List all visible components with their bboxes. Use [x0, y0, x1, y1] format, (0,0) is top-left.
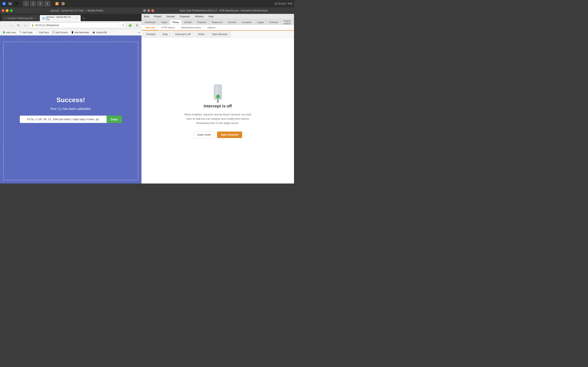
burp-menu-burp[interactable]: Burp: [143, 15, 150, 18]
burp-close-btn[interactable]: [151, 9, 154, 12]
kali-linux-icon: 🐉: [2, 31, 5, 34]
system-ip: 10.10.16.6: [274, 2, 286, 5]
ff-back-btn[interactable]: ←: [2, 22, 7, 28]
ff-tab-console-label: Console // Werkzeug Deb: [7, 17, 33, 19]
intercept-toggle-button[interactable]: Intercept is off: [172, 32, 194, 37]
burp-tab-dashboard[interactable]: Dashboard: [142, 20, 158, 25]
ff-bookmark-kali-linux[interactable]: 🐉 Kali Linux: [2, 31, 17, 34]
burp-tab-repeater[interactable]: Repeater: [195, 20, 209, 25]
files-taskbar-icon[interactable]: [8, 1, 13, 6]
ff-urlbar-url: 10.10.11.164/upcloud: [35, 24, 118, 27]
ff-title: upcloud - Upload files for Free! — Mozil…: [14, 9, 140, 12]
burp-tab-proxy[interactable]: Proxy: [170, 20, 181, 25]
burp-tab-http-history[interactable]: HTTP history: [158, 25, 178, 30]
burp-intercept-content: Intercept is off When enabled, requests …: [141, 38, 294, 184]
burp-tab-websockets-history[interactable]: WebSockets history: [178, 25, 204, 30]
burp-titlebar: Burp Suite Professional v2022.3.2 - HTB-…: [141, 7, 294, 14]
exploit-db-label: Exploit-DB: [96, 31, 107, 34]
terminal-taskbar-icon[interactable]: >_: [14, 1, 19, 6]
svg-rect-3: [9, 2, 10, 3]
intercept-status-description: When enabled, requests sent by Burp's br…: [183, 113, 252, 125]
ff-urlbar[interactable]: 🔒 10.10.11.164/upcloud ☆ ⬇: [29, 22, 126, 28]
ff-new-tab-btn[interactable]: +: [81, 16, 87, 21]
ff-refresh-btn[interactable]: ↻: [16, 22, 21, 28]
burp-tab-comparer[interactable]: Comparer: [239, 20, 254, 25]
ff-tab-console[interactable]: 🖥 Console // Werkzeug Deb ✕: [2, 15, 39, 21]
burp-window: Burp Suite Professional v2022.3.2 - HTB-…: [141, 7, 294, 184]
burp-menu-intruder[interactable]: Intruder: [166, 15, 176, 18]
ff-bookmark-kali-tools[interactable]: 🔧 Kali Tools: [18, 31, 33, 34]
ff-tab-upcloud[interactable]: 🌐 upcloud - Upload files for Fre ✕: [40, 15, 81, 21]
ff-tab-console-close[interactable]: ✕: [34, 17, 37, 20]
ff-download-icon[interactable]: ⬇: [122, 24, 124, 27]
kali-menu-icon[interactable]: K: [2, 1, 7, 6]
system-time: 8:54: [288, 2, 292, 5]
success-msg-prefix: Your: [50, 107, 58, 110]
svg-rect-15: [215, 85, 217, 98]
drop-button[interactable]: Drop: [159, 32, 171, 37]
ff-bookmark-icon[interactable]: ☆: [119, 24, 121, 27]
burp-tab-logger[interactable]: Logger: [255, 20, 267, 25]
intercept-off-icon: [210, 83, 226, 100]
ff-home-btn[interactable]: ⌂: [22, 22, 28, 28]
burp-tab-decoder[interactable]: Decoder: [225, 20, 239, 25]
burp-tab-sequencer[interactable]: Sequencer: [209, 20, 225, 25]
burp-taskbar-icon[interactable]: B: [54, 1, 60, 6]
workspace-2-btn[interactable]: 2: [30, 1, 36, 7]
burp-menu-repeater[interactable]: Repeater: [179, 15, 191, 18]
open-browser-toolbar-button[interactable]: Open Browser: [209, 32, 231, 37]
ff-urlbar-icons: ☆ ⬇: [119, 24, 124, 27]
success-msg-suffix: has been uploaded.: [62, 107, 91, 110]
svg-text:K: K: [3, 3, 5, 5]
workspace-3-btn[interactable]: 3: [37, 1, 43, 7]
intercept-toolbar: Forward Drop Intercept is off Action Ope…: [141, 31, 294, 38]
burp-tab-project-options[interactable]: Project options: [281, 20, 293, 25]
burp-tab-options[interactable]: Options: [204, 25, 218, 30]
burp-menu-help[interactable]: Help: [208, 15, 214, 18]
kali-nethunter-label: Kali NetHunter: [75, 31, 89, 34]
workspace-4-btn[interactable]: 4: [44, 1, 50, 7]
ff-min-btn[interactable]: [6, 9, 9, 12]
burp-max-btn[interactable]: [147, 9, 150, 12]
ff-max-btn[interactable]: [10, 9, 13, 12]
action-button[interactable]: Action: [195, 32, 208, 37]
kali-docs-label: Kali Docs: [39, 31, 49, 34]
ff-bookmark-exploit-db[interactable]: 💣 Exploit-DB: [92, 31, 108, 34]
burp-tab-user-options[interactable]: User options: [294, 20, 294, 25]
ff-menu-btn[interactable]: ☰: [134, 22, 140, 28]
forward-button[interactable]: Forward: [143, 32, 158, 37]
ff-bookmark-more-btn[interactable]: »: [138, 31, 140, 34]
ff-bookmark-kali-forums[interactable]: 💬 Kali Forums: [51, 31, 69, 34]
ff-tab-upcloud-close[interactable]: ✕: [75, 17, 78, 20]
open-browser-button[interactable]: Open browser: [217, 132, 242, 138]
kali-tools-icon: 🔧: [19, 31, 22, 34]
taskbar: K >_ 1 2 3 4 B 10.10.16.6 8:54: [0, 0, 294, 7]
ff-tab-upcloud-label: upcloud - Upload files for Fre: [46, 16, 74, 21]
taskbar-system-info: 10.10.16.6 8:54: [274, 2, 292, 5]
exploit-db-icon: 💣: [93, 31, 95, 34]
burp-primary-tabs: Dashboard Target Proxy Intruder Repeater…: [141, 19, 294, 25]
burp-tab-target[interactable]: Target: [159, 20, 170, 25]
ff-close-btn[interactable]: [2, 9, 4, 12]
kali-docs-icon: 📄: [36, 31, 39, 34]
burp-tab-extender[interactable]: Extender: [267, 20, 281, 25]
success-msg-file-link[interactable]: file: [58, 107, 62, 110]
burp-menu-project[interactable]: Project: [153, 15, 162, 18]
workspace-1-btn[interactable]: 1: [23, 1, 29, 7]
burp-tab-intercept[interactable]: Intercept: [142, 25, 158, 30]
ff-bookmark-kali-nethunter[interactable]: 📱 Kali NetHunter: [70, 31, 90, 34]
ff-page-content: Success! Your file has been uploaded. ht…: [0, 35, 141, 184]
burp-menubar: Burp Project Intruder Repeater Window He…: [141, 14, 294, 19]
upload-url-display: http://10.10.11.164/uploads//app/app/vie…: [20, 116, 107, 123]
burp-min-btn[interactable]: [143, 9, 146, 12]
ff-urlbar-lock-icon: 🔒: [31, 24, 34, 26]
ff-bookmark-kali-docs[interactable]: 📄 Kali Docs: [35, 31, 50, 34]
copy-url-button[interactable]: Copy: [107, 116, 122, 123]
ff-tabs-bar: 🖥 Console // Werkzeug Deb ✕ 🌐 upcloud - …: [0, 14, 141, 21]
ff-extensions-btn[interactable]: 🧩: [127, 22, 133, 28]
learn-more-button[interactable]: Learn more: [193, 132, 215, 138]
ff-forward-btn[interactable]: →: [9, 22, 14, 28]
firefox-taskbar-icon[interactable]: [61, 1, 66, 6]
burp-menu-window[interactable]: Window: [194, 15, 204, 18]
burp-tab-intruder[interactable]: Intruder: [182, 20, 194, 25]
